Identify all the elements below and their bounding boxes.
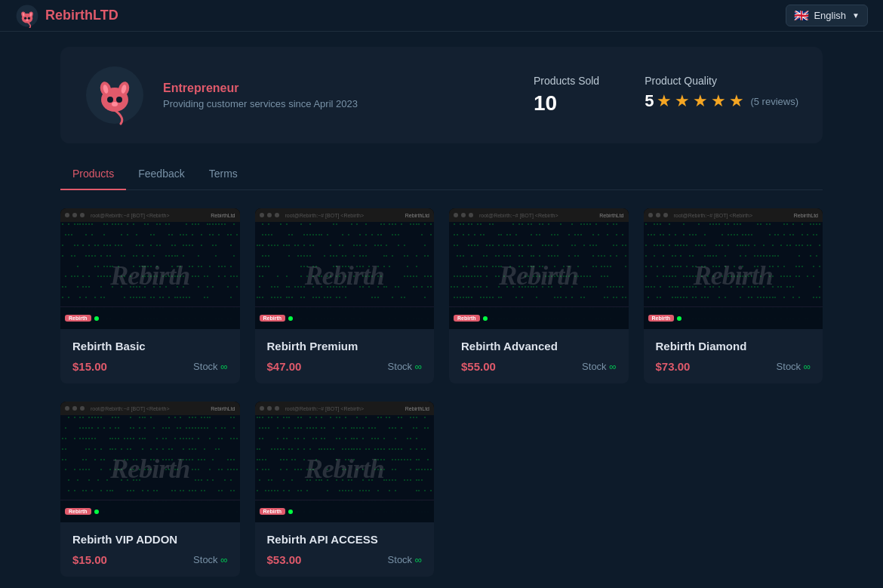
product-stock: Stock ∞	[388, 361, 422, 372]
status-dot	[288, 316, 293, 321]
product-name: Rebirth VIP ADDON	[72, 533, 228, 546]
product-footer: $15.00 Stock ∞	[72, 360, 228, 373]
product-stock: Stock ∞	[582, 361, 616, 372]
tab-feedback[interactable]: Feedback	[126, 159, 196, 190]
infinity-icon: ∞	[804, 361, 811, 372]
product-name: Rebirth Premium	[267, 340, 423, 352]
stats-area: Products Sold 10 Product Quality 5 ★ ★ ★…	[534, 75, 798, 115]
logo-text: RebirthLTD	[45, 8, 118, 23]
infinity-icon: ∞	[609, 361, 616, 372]
star-2: ★	[675, 91, 690, 111]
product-price: $53.00	[267, 553, 302, 566]
status-dot	[94, 316, 99, 321]
product-price: $73.00	[656, 360, 691, 373]
terminal-footer: Rebirth	[60, 306, 240, 329]
logo-area: RebirthLTD	[15, 4, 118, 28]
avatar	[85, 65, 145, 125]
product-footer: $73.00 Stock ∞	[656, 360, 811, 373]
terminal-mockup: root@Rebirth:~# [BOT] <Rebirth> RebirthL…	[644, 208, 823, 329]
infinity-icon: ∞	[220, 554, 227, 565]
product-footer: $55.00 Stock ∞	[461, 360, 617, 373]
terminal-footer: Rebirth	[255, 500, 435, 522]
star-4: ★	[711, 91, 726, 111]
product-thumbnail: root@Rebirth:~# [BOT] <Rebirth> RebirthL…	[644, 208, 823, 329]
product-info: Rebirth API ACCESS $53.00 Stock ∞	[255, 522, 435, 577]
product-info: Rebirth Advanced $55.00 Stock ∞	[449, 329, 629, 383]
product-footer: $47.00 Stock ∞	[267, 360, 423, 373]
product-info: Rebirth Premium $47.00 Stock ∞	[255, 329, 435, 383]
rebirth-badge: Rebirth	[454, 315, 480, 322]
terminal-mockup: root@Rebirth:~# [BOT] <Rebirth> RebirthL…	[60, 402, 240, 522]
terminal-bar: root@Rebirth:~# [BOT] <Rebirth> RebirthL…	[255, 402, 435, 415]
profile-name: Entrepreneur	[163, 82, 515, 95]
tab-products[interactable]: Products	[60, 159, 126, 190]
product-stock: Stock ∞	[193, 554, 227, 565]
terminal-content: Rebirth Rebirth	[644, 222, 823, 329]
svg-point-7	[28, 17, 30, 19]
tabs-area: Products Feedback Terms	[60, 159, 823, 190]
product-thumbnail: root@Rebirth:~# [BOT] <Rebirth> RebirthL…	[60, 208, 240, 329]
product-price: $47.00	[267, 360, 302, 373]
terminal-content: Rebirth Rebirth	[255, 222, 435, 329]
rebirth-badge: Rebirth	[260, 508, 286, 515]
rebirth-badge: Rebirth	[65, 508, 91, 515]
status-dot	[94, 509, 99, 514]
svg-point-15	[107, 97, 113, 103]
terminal-mockup: root@Rebirth:~# [BOT] <Rebirth> RebirthL…	[60, 208, 240, 329]
language-label: English	[814, 10, 846, 21]
terminal-footer: Rebirth	[449, 306, 629, 329]
terminal-content: Rebirth Rebirth	[255, 415, 435, 522]
terminal-bar: root@Rebirth:~# [BOT] <Rebirth> RebirthL…	[644, 208, 823, 222]
flag-icon: 🇬🇧	[794, 8, 809, 23]
terminal-mockup: root@Rebirth:~# [BOT] <Rebirth> RebirthL…	[255, 402, 435, 522]
product-card[interactable]: root@Rebirth:~# [BOT] <Rebirth> RebirthL…	[449, 208, 629, 383]
svg-point-8	[26, 19, 28, 20]
product-card[interactable]: root@Rebirth:~# [BOT] <Rebirth> RebirthL…	[60, 402, 240, 577]
terminal-bar: root@Rebirth:~# [BOT] <Rebirth> RebirthL…	[60, 208, 240, 222]
status-dot	[483, 316, 488, 321]
terminal-footer: Rebirth	[60, 500, 240, 522]
product-name: Rebirth Advanced	[461, 340, 617, 352]
products-grid-row2: root@Rebirth:~# [BOT] <Rebirth> RebirthL…	[60, 402, 823, 577]
tab-terms[interactable]: Terms	[197, 159, 250, 190]
product-card[interactable]: root@Rebirth:~# [BOT] <Rebirth> RebirthL…	[255, 208, 435, 383]
chevron-down-icon: ▼	[852, 11, 860, 20]
star-5: ★	[729, 91, 744, 111]
terminal-bar: root@Rebirth:~# [BOT] <Rebirth> RebirthL…	[449, 208, 629, 222]
rebirth-badge: Rebirth	[648, 315, 675, 322]
svg-point-6	[24, 17, 26, 19]
svg-point-16	[116, 97, 122, 103]
infinity-icon: ∞	[220, 361, 227, 372]
product-card[interactable]: root@Rebirth:~# [BOT] <Rebirth> RebirthL…	[60, 208, 240, 383]
terminal-content: Rebirth Rebirth	[449, 222, 629, 329]
product-info: Rebirth Basic $15.00 Stock ∞	[60, 329, 240, 383]
product-price: $15.00	[72, 553, 107, 566]
quality-label: Product Quality	[645, 75, 798, 87]
rebirth-badge: Rebirth	[65, 315, 91, 322]
terminal-content: Rebirth Rebirth	[60, 222, 240, 329]
products-grid-row1: root@Rebirth:~# [BOT] <Rebirth> RebirthL…	[60, 208, 823, 383]
profile-card: Entrepreneur Providing customer services…	[60, 47, 823, 143]
svg-point-17	[112, 102, 118, 106]
language-selector[interactable]: 🇬🇧 English ▼	[786, 5, 868, 26]
product-thumbnail: root@Rebirth:~# [BOT] <Rebirth> RebirthL…	[449, 208, 629, 329]
terminal-footer: Rebirth	[255, 306, 435, 329]
quality-stars: 5 ★ ★ ★ ★ ★ (5 reviews)	[645, 91, 798, 111]
terminal-bar: root@Rebirth:~# [BOT] <Rebirth> RebirthL…	[60, 402, 240, 415]
product-stock: Stock ∞	[193, 361, 227, 372]
terminal-bar: root@Rebirth:~# [BOT] <Rebirth> RebirthL…	[255, 208, 435, 222]
product-name: Rebirth API ACCESS	[267, 533, 423, 546]
terminal-content: Rebirth Rebirth	[60, 415, 240, 522]
product-thumbnail: root@Rebirth:~# [BOT] <Rebirth> RebirthL…	[60, 402, 240, 522]
product-price: $15.00	[72, 360, 107, 373]
star-3: ★	[693, 91, 708, 111]
terminal-footer: Rebirth	[644, 306, 823, 329]
status-dot	[677, 316, 681, 321]
infinity-icon: ∞	[415, 361, 422, 372]
star-1: ★	[657, 91, 672, 111]
product-stock: Stock ∞	[777, 361, 811, 372]
product-name: Rebirth Diamond	[656, 340, 811, 352]
product-card[interactable]: root@Rebirth:~# [BOT] <Rebirth> RebirthL…	[255, 402, 435, 577]
product-info: Rebirth Diamond $73.00 Stock ∞	[644, 329, 823, 383]
product-card[interactable]: root@Rebirth:~# [BOT] <Rebirth> RebirthL…	[644, 208, 823, 383]
